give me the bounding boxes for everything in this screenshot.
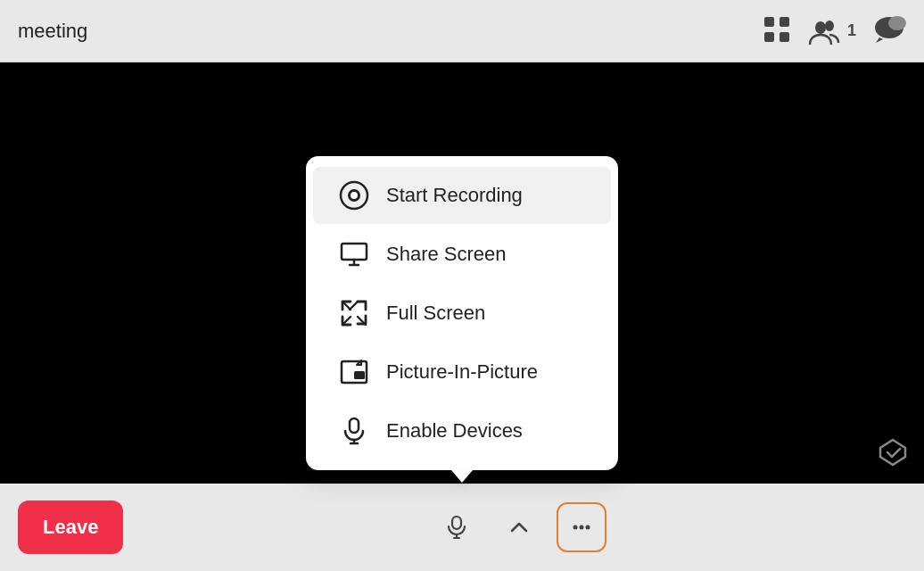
more-options-button[interactable] (557, 502, 606, 552)
svg-point-7 (888, 16, 906, 30)
svg-point-18 (586, 525, 590, 530)
header: meeting 1 (0, 0, 924, 62)
chevron-up-button[interactable] (494, 502, 544, 552)
record-icon (338, 179, 370, 211)
svg-rect-11 (342, 244, 367, 260)
svg-rect-0 (764, 17, 774, 27)
toolbar-center (132, 502, 906, 552)
mic-icon (338, 415, 370, 447)
menu-item-share-screen-label: Share Screen (386, 243, 507, 266)
chat-button[interactable] (872, 14, 906, 48)
mic-button[interactable] (432, 502, 482, 552)
svg-rect-1 (780, 17, 789, 27)
menu-item-enable-devices[interactable]: Enable Devices (313, 402, 611, 459)
leave-button[interactable]: Leave (18, 501, 123, 554)
page-title: meeting (18, 20, 762, 43)
svg-rect-2 (764, 32, 774, 42)
svg-rect-3 (780, 32, 789, 42)
menu-item-start-recording[interactable]: Start Recording (313, 167, 611, 224)
video-area: Start Recording Share Screen Full Screen (0, 62, 924, 484)
menu-item-pip-label: Picture-In-Picture (386, 360, 538, 384)
participants-button[interactable]: 1 (808, 16, 856, 46)
participants-count: 1 (847, 21, 856, 40)
grid-view-button[interactable] (762, 14, 792, 48)
svg-point-4 (815, 21, 826, 34)
header-icons: 1 (762, 14, 906, 48)
svg-rect-14 (350, 418, 359, 433)
menu-item-start-recording-label: Start Recording (386, 184, 523, 207)
menu-item-pip[interactable]: Picture-In-Picture (313, 343, 611, 401)
svg-point-10 (351, 192, 358, 199)
dropdown-menu: Start Recording Share Screen Full Screen (306, 156, 618, 470)
menu-item-full-screen[interactable]: Full Screen (313, 285, 611, 342)
menu-item-full-screen-label: Full Screen (386, 302, 485, 325)
menu-item-enable-devices-label: Enable Devices (386, 419, 523, 443)
svg-point-5 (825, 21, 834, 31)
svg-rect-15 (452, 517, 461, 529)
monitor-icon (338, 238, 370, 270)
svg-point-17 (580, 525, 584, 530)
pip-icon (338, 356, 370, 388)
toolbar: Leave (0, 484, 924, 571)
fullscreen-icon (338, 297, 370, 329)
menu-item-share-screen[interactable]: Share Screen (313, 226, 611, 283)
logo-icon (876, 435, 910, 469)
svg-rect-13 (354, 371, 365, 379)
svg-point-16 (573, 525, 578, 530)
